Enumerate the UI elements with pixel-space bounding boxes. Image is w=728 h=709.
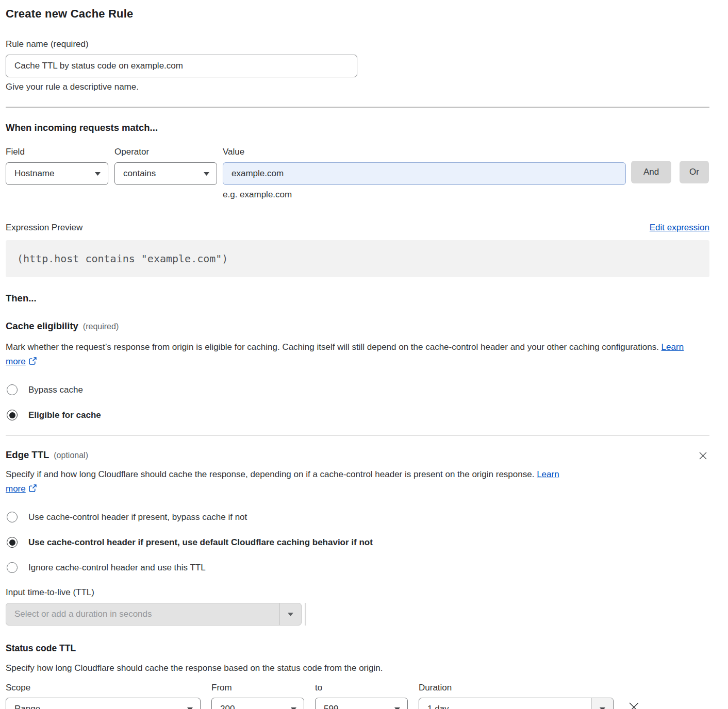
expression-preview-label: Expression Preview: [6, 223, 82, 233]
external-link-icon: [29, 357, 37, 365]
cache-eligibility-description: Mark whether the request’s response from…: [6, 340, 694, 369]
value-help: e.g. example.com: [223, 190, 626, 200]
match-expression-row: Field Hostname Operator contains Value e…: [6, 147, 709, 200]
edge-ttl-option-ignore-label: Ignore cache-control header and use this…: [28, 563, 206, 573]
edge-ttl-description-text: Specify if and how long Cloudflare shoul…: [6, 469, 534, 479]
radio-unselected-icon[interactable]: [7, 512, 18, 522]
edit-expression-link[interactable]: Edit expression: [650, 223, 709, 233]
to-select[interactable]: 599: [315, 698, 408, 709]
cache-eligibility-title: Cache eligibility: [6, 320, 78, 331]
rule-name-help: Give your rule a descriptive name.: [6, 82, 709, 92]
from-select-value: 200: [220, 704, 235, 709]
create-cache-rule-form: Create new Cache Rule Rule name (require…: [0, 0, 728, 709]
chevron-down-icon: [394, 707, 400, 709]
chevron-down-icon: [600, 707, 605, 709]
chevron-down-icon: [288, 613, 293, 616]
page-title: Create new Cache Rule: [6, 7, 709, 21]
ttl-input-label: Input time-to-live (TTL): [6, 587, 709, 598]
vertical-divider: [305, 603, 306, 626]
to-label: to: [315, 683, 408, 693]
bypass-cache-label: Bypass cache: [28, 385, 83, 395]
chevron-down-icon: [95, 172, 101, 176]
edge-ttl-heading: Edge TTL(optional): [6, 449, 88, 461]
chevron-down-icon: [187, 707, 193, 709]
operator-select[interactable]: contains: [114, 162, 217, 185]
rule-name-label: Rule name (required): [6, 39, 709, 49]
close-icon: [628, 701, 640, 709]
status-code-ttl-description: Specify how long Cloudflare should cache…: [6, 661, 709, 676]
cache-eligibility-description-text: Mark whether the request’s response from…: [6, 342, 659, 352]
field-select[interactable]: Hostname: [6, 162, 108, 185]
duration-dropdown-button[interactable]: [591, 698, 613, 709]
match-heading: When incoming requests match...: [6, 122, 709, 133]
then-heading: Then...: [6, 293, 709, 304]
edge-ttl-qualifier: (optional): [54, 451, 88, 460]
field-label: Field: [6, 147, 108, 157]
status-code-ttl-heading: Status code TTL: [6, 643, 709, 654]
operator-select-value: contains: [123, 168, 156, 179]
edge-ttl-option-default-label: Use cache-control header if present, use…: [28, 537, 373, 548]
external-link-icon: [29, 484, 37, 492]
value-input[interactable]: [223, 162, 626, 185]
rule-name-input[interactable]: [6, 55, 357, 77]
ttl-input-row: Select or add a duration in seconds: [6, 598, 709, 626]
duration-value: 1 day: [419, 698, 591, 709]
edge-ttl-header: Edge TTL(optional): [6, 449, 709, 462]
section-divider: [6, 107, 709, 108]
field-select-value: Hostname: [14, 168, 54, 179]
bypass-cache-option[interactable]: Bypass cache: [6, 384, 709, 395]
cache-eligibility-heading: Cache eligibility(required): [6, 320, 709, 332]
edge-ttl-option-default[interactable]: Use cache-control header if present, use…: [6, 537, 709, 548]
scope-select[interactable]: Range: [6, 698, 201, 709]
edge-ttl-option-bypass-label: Use cache-control header if present, byp…: [28, 512, 247, 522]
scope-select-value: Range: [14, 704, 40, 709]
expression-code: (http.host contains "example.com"): [17, 252, 228, 265]
operator-label: Operator: [114, 147, 217, 157]
radio-unselected-icon[interactable]: [7, 562, 18, 573]
ttl-duration-placeholder: Select or add a duration in seconds: [6, 603, 279, 625]
chevron-down-icon: [291, 707, 296, 709]
close-icon: [699, 451, 707, 460]
edge-ttl-description: Specify if and how long Cloudflare shoul…: [6, 467, 573, 496]
expression-code-box: (http.host contains "example.com"): [6, 240, 709, 277]
edge-ttl-option-ignore[interactable]: Ignore cache-control header and use this…: [6, 562, 709, 573]
ttl-duration-dropdown-button: [279, 603, 301, 625]
edge-ttl-options: Use cache-control header if present, byp…: [6, 512, 709, 573]
from-label: From: [211, 683, 304, 693]
chevron-down-icon: [204, 172, 209, 176]
section-divider: [6, 435, 709, 436]
radio-selected-icon[interactable]: [7, 537, 18, 548]
duration-combobox[interactable]: 1 day: [419, 698, 614, 709]
radio-unselected-icon[interactable]: [7, 384, 18, 395]
from-select[interactable]: 200: [211, 698, 304, 709]
duration-label: Duration: [419, 683, 614, 693]
scope-label: Scope: [6, 683, 201, 693]
status-code-ttl-row: Scope Range From 200 to 599 Duration 1 d…: [6, 683, 709, 709]
edge-ttl-close-button[interactable]: [697, 449, 709, 462]
or-button[interactable]: Or: [680, 161, 709, 183]
to-select-value: 599: [324, 704, 338, 709]
value-label: Value: [223, 147, 626, 157]
edit-expression-label: Edit expression: [650, 223, 709, 232]
ttl-duration-combobox: Select or add a duration in seconds: [6, 603, 302, 626]
eligible-for-cache-option[interactable]: Eligible for cache: [6, 410, 709, 420]
eligible-for-cache-label: Eligible for cache: [28, 410, 101, 420]
delete-status-row-button[interactable]: [626, 699, 642, 709]
edge-ttl-title: Edge TTL: [6, 449, 49, 460]
cache-eligibility-options: Bypass cache Eligible for cache: [6, 384, 709, 420]
expression-preview-row: Expression Preview Edit expression: [6, 223, 709, 233]
and-button[interactable]: And: [631, 161, 671, 183]
radio-selected-icon[interactable]: [7, 410, 18, 420]
edge-ttl-option-bypass[interactable]: Use cache-control header if present, byp…: [6, 512, 709, 522]
cache-eligibility-qualifier: (required): [83, 322, 119, 331]
